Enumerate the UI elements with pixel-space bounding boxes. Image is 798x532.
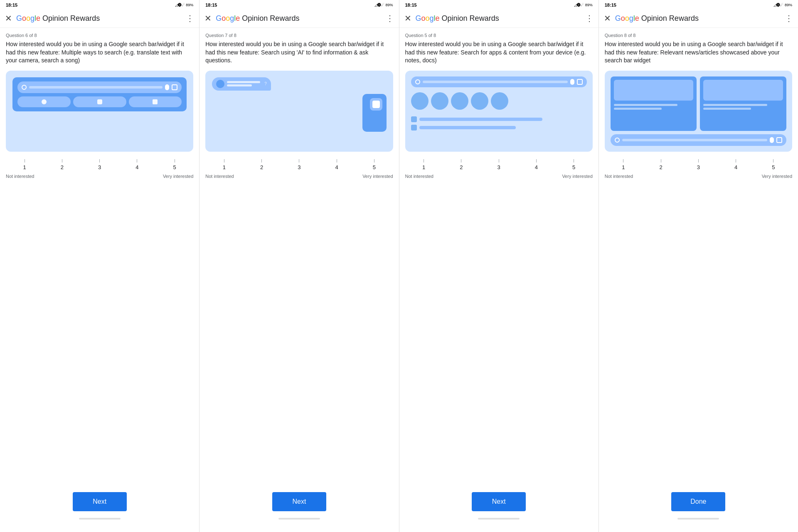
close-button[interactable]: ✕: [404, 13, 411, 23]
status-icons: ◿⓿☄ 89%: [574, 3, 593, 7]
phones-container: 18:15 ◿⓿☄ 89% ✕ Google Opinion Rewards ⋮…: [0, 0, 798, 532]
rating-number-2[interactable]: 2: [642, 164, 680, 170]
rating-numbers: 12345: [205, 164, 393, 170]
bottom-area: Next: [200, 484, 399, 532]
home-indicator: [478, 518, 520, 520]
feature-illustration: [605, 71, 792, 152]
close-button[interactable]: ✕: [604, 13, 611, 23]
rating-label-very-interested: Very interested: [762, 174, 792, 179]
app-bar: ✕ Google Opinion Rewards ⋮: [0, 9, 199, 28]
rating-label-not-interested: Not interested: [6, 174, 34, 179]
rating-number-4[interactable]: 4: [118, 164, 156, 170]
question-text: How interested would you be in using a G…: [605, 40, 792, 65]
app-title: Google Opinion Rewards: [216, 14, 381, 23]
more-options-button[interactable]: ⋮: [585, 13, 594, 23]
rating-number-2[interactable]: 2: [43, 164, 81, 170]
signal-icon: ◿⓿☄ 89%: [175, 3, 194, 7]
rating-number-4[interactable]: 4: [717, 164, 755, 170]
question-text: How interested would you be in using a G…: [205, 40, 393, 65]
signal-icon: ◿⓿☄ 89%: [574, 3, 593, 7]
rating-number-1[interactable]: 1: [205, 164, 243, 170]
rating-label-very-interested: Very interested: [362, 174, 393, 179]
rating-number-2[interactable]: 2: [243, 164, 281, 170]
question-label: Question 6 of 8: [6, 33, 193, 38]
rating-number-3[interactable]: 3: [680, 164, 717, 170]
status-bar: 18:15 ◿⓿☄ 89%: [599, 0, 798, 9]
survey-content: Question 7 of 8 How interested would you…: [200, 28, 399, 484]
close-button[interactable]: ✕: [5, 13, 12, 23]
rating-number-1[interactable]: 1: [605, 164, 642, 170]
bottom-area: Next: [0, 484, 199, 532]
rating-label-very-interested: Very interested: [163, 174, 193, 179]
status-icons: ◿⓿☄ 89%: [175, 3, 194, 7]
survey-content: Question 5 of 8 How interested would you…: [399, 28, 598, 484]
rating-label-not-interested: Not interested: [405, 174, 433, 179]
status-bar: 18:15 ◿⓿☄ 89%: [0, 0, 199, 9]
question-label: Question 7 of 8: [205, 33, 393, 38]
status-icons: ◿⓿☄ 89%: [773, 3, 792, 7]
phone-1: 18:15 ◿⓿☄ 89% ✕ Google Opinion Rewards ⋮…: [0, 0, 200, 532]
app-bar: ✕ Google Opinion Rewards ⋮: [399, 9, 598, 28]
feature-illustration: [405, 71, 593, 152]
next-button[interactable]: Next: [272, 492, 326, 511]
rating-section: 12345 Not interested Very interested: [6, 159, 193, 179]
home-indicator: [677, 518, 719, 520]
rating-labels: Not interested Very interested: [405, 174, 593, 179]
more-options-button[interactable]: ⋮: [785, 13, 793, 23]
illustration-news-articles: [605, 71, 792, 152]
feature-illustration: ?: [205, 71, 393, 152]
rating-number-1[interactable]: 1: [405, 164, 443, 170]
more-options-button[interactable]: ⋮: [386, 13, 394, 23]
bottom-area: Next: [399, 484, 598, 532]
question-label: Question 5 of 8: [405, 33, 593, 38]
app-title: Google Opinion Rewards: [416, 14, 581, 23]
status-time: 18:15: [605, 2, 616, 7]
rating-ticks: [6, 159, 193, 163]
rating-number-3[interactable]: 3: [480, 164, 517, 170]
question-text: How interested would you be in using a G…: [6, 40, 193, 65]
phone-2: 18:15 ◿⓿☄ 89% ✕ Google Opinion Rewards ⋮…: [200, 0, 399, 532]
rating-numbers: 12345: [605, 164, 792, 170]
phone-3: 18:15 ◿⓿☄ 89% ✕ Google Opinion Rewards ⋮…: [399, 0, 599, 532]
rating-number-5[interactable]: 5: [755, 164, 792, 170]
status-time: 18:15: [205, 2, 217, 7]
illustration-ai-search: ?: [205, 71, 393, 152]
rating-label-very-interested: Very interested: [562, 174, 592, 179]
rating-number-4[interactable]: 4: [517, 164, 555, 170]
home-indicator: [278, 518, 320, 520]
status-bar: 18:15 ◿⓿☄ 89%: [200, 0, 399, 9]
status-bar: 18:15 ◿⓿☄ 89%: [399, 0, 598, 9]
signal-icon: ◿⓿☄ 89%: [374, 3, 393, 7]
app-title: Google Opinion Rewards: [16, 14, 182, 23]
more-options-button[interactable]: ⋮: [186, 13, 194, 23]
illustration-multiple-search: [6, 71, 193, 152]
rating-label-not-interested: Not interested: [205, 174, 234, 179]
next-button[interactable]: Next: [472, 492, 526, 511]
signal-icon: ◿⓿☄ 89%: [773, 3, 792, 7]
close-button[interactable]: ✕: [204, 13, 212, 23]
next-button[interactable]: Next: [73, 492, 127, 511]
rating-number-5[interactable]: 5: [355, 164, 393, 170]
survey-content: Question 8 of 8 How interested would you…: [599, 28, 798, 484]
app-bar: ✕ Google Opinion Rewards ⋮: [599, 9, 798, 28]
rating-number-1[interactable]: 1: [6, 164, 43, 170]
feature-illustration: [6, 71, 193, 152]
rating-numbers: 12345: [405, 164, 593, 170]
rating-number-5[interactable]: 5: [555, 164, 593, 170]
app-title: Google Opinion Rewards: [615, 14, 781, 23]
question-label: Question 8 of 8: [605, 33, 792, 38]
rating-number-3[interactable]: 3: [281, 164, 318, 170]
rating-section: 12345 Not interested Very interested: [205, 159, 393, 179]
rating-label-not-interested: Not interested: [605, 174, 633, 179]
rating-number-5[interactable]: 5: [156, 164, 193, 170]
rating-labels: Not interested Very interested: [6, 174, 193, 179]
status-time: 18:15: [6, 2, 17, 7]
done-button[interactable]: Done: [671, 492, 725, 511]
question-text: How interested would you be in using a G…: [405, 40, 593, 65]
home-indicator: [79, 518, 121, 520]
rating-number-4[interactable]: 4: [318, 164, 355, 170]
rating-section: 12345 Not interested Very interested: [605, 159, 792, 179]
rating-ticks: [405, 159, 593, 163]
rating-number-2[interactable]: 2: [443, 164, 480, 170]
rating-number-3[interactable]: 3: [81, 164, 118, 170]
